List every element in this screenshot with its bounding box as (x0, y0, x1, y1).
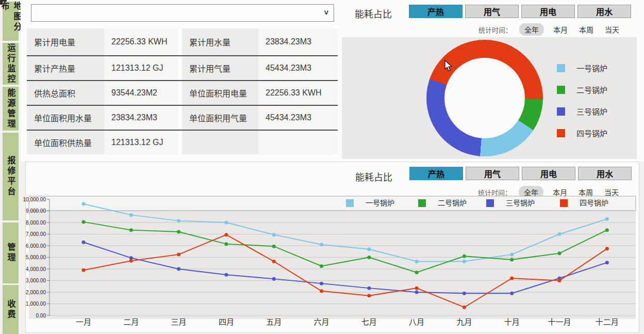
energy-tabs-bottom: 产热 用气 用电 用水 (409, 167, 632, 180)
stat-label: 单位面积用气量 (182, 106, 258, 130)
stat-label: 供热总面积 (27, 81, 104, 105)
legend-swatch (557, 64, 565, 72)
stat-value: 22256.33 KWH (258, 81, 338, 105)
tab-gas[interactable]: 用气 (466, 167, 519, 180)
donut-legend: 一号锅炉 二号锅炉 三号锅炉 四号锅炉 (557, 62, 607, 138)
panel-title-bottom: 能耗占比 (355, 170, 392, 183)
svg-text:三月: 三月 (171, 317, 187, 326)
tab-power[interactable]: 用电 (521, 5, 575, 18)
time-option-day[interactable]: 当天 (603, 23, 621, 36)
stat-label: 累计用气量 (182, 56, 258, 80)
svg-text:六月: 六月 (313, 317, 329, 326)
svg-text:八月: 八月 (409, 317, 424, 326)
time-filter-label: 统计时间： (478, 187, 511, 197)
sidebar-item-repair[interactable]: 报修平台 (3, 133, 19, 220)
table-row: 累计用电量 22256.33 KWH 累计用水量 23834.23M3 (27, 28, 338, 56)
svg-text:十二月: 十二月 (596, 317, 619, 326)
svg-text:9,000.00: 9,000.00 (26, 208, 46, 214)
time-filter-label: 统计时间： (478, 25, 512, 35)
stat-label: 单位面积用水量 (27, 106, 104, 130)
legend-swatch (557, 129, 565, 137)
stat-value: 22256.33 KWH (104, 28, 178, 55)
legend-item-boiler4[interactable]: 四号锅炉 (557, 128, 607, 138)
chevron-down-icon: ˅ (324, 9, 328, 17)
sidebar-item-fees[interactable]: 收费 (3, 285, 19, 334)
mouse-cursor-icon (444, 60, 453, 72)
svg-text:8,000.00: 8,000.00 (26, 220, 46, 226)
line-chart: 一号锅炉二号锅炉三号锅炉四号锅炉0.001,000.002,000.003,00… (26, 196, 639, 333)
table-row: 累计产热量 121313.12 GJ 累计用气量 45434.23M3 (27, 56, 338, 81)
legend-item-boiler1[interactable]: 一号锅炉 (557, 62, 607, 73)
region-select[interactable]: ˅ (31, 4, 334, 22)
donut-chart[interactable] (426, 40, 543, 156)
time-option-month[interactable]: 本月 (551, 23, 570, 36)
sidebar-item-admin[interactable]: 管理 (3, 222, 19, 283)
svg-text:7,000.00: 7,000.00 (26, 231, 46, 237)
table-row: 单位面积用水量 23834.23M3 单位面积用气量 45434.23M3 (27, 106, 338, 131)
time-option-year[interactable]: 全年 (519, 23, 544, 36)
svg-text:5,000.00: 5,000.00 (26, 255, 46, 260)
line-chart-panel: 能耗占比 产热 用气 用电 用水 统计时间： 全年 本月 本周 当天 一号锅炉二… (25, 162, 639, 333)
svg-text:一月: 一月 (76, 317, 91, 326)
tab-power[interactable]: 用电 (522, 167, 575, 180)
stat-value: 121313.12 GJ (104, 56, 178, 80)
svg-text:三号锅炉: 三号锅炉 (506, 199, 535, 207)
svg-text:一号锅炉: 一号锅炉 (366, 199, 394, 207)
svg-text:2,000.00: 2,000.00 (26, 290, 46, 295)
stats-table: 累计用电量 22256.33 KWH 累计用水量 23834.23M3 累计产热… (27, 28, 338, 154)
sidebar-item-energy[interactable]: 能源管理 (3, 87, 19, 131)
stat-value: 23834.23M3 (258, 28, 338, 55)
tab-water[interactable]: 用水 (578, 167, 632, 180)
svg-text:10,000.00: 10,000.00 (23, 197, 46, 202)
legend-swatch (557, 86, 565, 94)
stat-label: 单位面积用电量 (182, 81, 258, 105)
stat-value: 93544.23M2 (104, 81, 178, 105)
svg-text:四号锅炉: 四号锅炉 (580, 199, 608, 207)
tab-heat[interactable]: 产热 (409, 5, 463, 18)
svg-text:七月: 七月 (361, 317, 377, 326)
stat-label: 单位面积供热量 (27, 131, 104, 154)
svg-text:1,000.00: 1,000.00 (26, 301, 46, 307)
stat-label: 累计用水量 (182, 28, 258, 55)
svg-text:九月: 九月 (456, 317, 472, 326)
page-title: 能耗占比 (355, 7, 392, 20)
stat-label: 累计产热量 (27, 56, 104, 80)
legend-item-boiler3[interactable]: 三号锅炉 (557, 106, 607, 117)
time-filter-top: 统计时间： 全年 本月 本周 当天 (478, 23, 621, 36)
svg-text:十一月: 十一月 (548, 317, 571, 326)
legend-item-boiler2[interactable]: 二号锅炉 (557, 84, 607, 95)
stat-value (258, 131, 338, 154)
time-option-week[interactable]: 本周 (577, 23, 596, 36)
svg-text:4,000.00: 4,000.00 (26, 266, 46, 272)
tab-gas[interactable]: 用气 (465, 5, 519, 18)
sidebar-item-monitoring[interactable]: 运行监控 (3, 43, 19, 85)
energy-tabs-top: 产热 用气 用电 用水 (409, 5, 631, 18)
svg-text:二号锅炉: 二号锅炉 (438, 199, 467, 207)
stat-label: 累计用电量 (27, 28, 104, 55)
legend-swatch (557, 107, 565, 116)
svg-text:五月: 五月 (266, 317, 282, 326)
tab-water[interactable]: 用水 (577, 5, 631, 18)
table-row: 单位面积供热量 121313.12 GJ (27, 131, 338, 154)
table-row: 供热总面积 93544.23M2 单位面积用电量 22256.33 KWH (27, 81, 338, 106)
tab-heat[interactable]: 产热 (409, 167, 463, 180)
stat-value: 45434.23M3 (258, 106, 338, 130)
sidebar-item-map[interactable]: 地图分布 (3, 2, 19, 41)
stat-value: 45434.23M3 (258, 56, 338, 80)
svg-text:二月: 二月 (123, 317, 139, 326)
svg-text:6,000.00: 6,000.00 (26, 243, 46, 249)
svg-text:四月: 四月 (219, 317, 234, 326)
svg-text:3,000.00: 3,000.00 (26, 278, 46, 283)
svg-text:0.00: 0.00 (36, 313, 46, 319)
stat-value: 23834.23M3 (104, 106, 178, 130)
stat-value: 121313.12 GJ (104, 131, 178, 154)
svg-text:十月: 十月 (504, 317, 520, 326)
stat-label (182, 131, 258, 154)
